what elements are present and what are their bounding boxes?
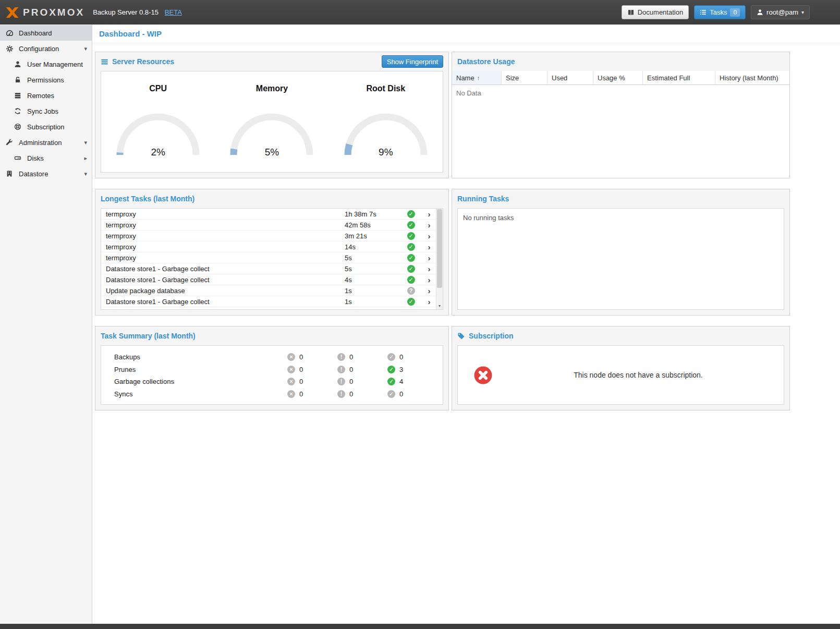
chevron-down-icon[interactable]: ▾ — [84, 171, 87, 177]
datastore-usage-grid-header: Name↑SizeUsedUsage %Estimated FullHistor… — [452, 71, 789, 85]
documentation-label: Documentation — [638, 8, 683, 16]
task-row[interactable]: Datastore store1 - Garbage collect 5s ✓ … — [101, 263, 436, 274]
column-header-name[interactable]: Name↑ — [452, 71, 502, 84]
sidebar-item-datastore[interactable]: Datastore▾ — [0, 166, 92, 182]
chevron-right-icon[interactable]: › — [422, 221, 436, 229]
warning-count: 0 — [349, 353, 353, 361]
sidebar-item-label: User Management — [27, 61, 83, 68]
task-duration: 1h 38m 7s — [345, 210, 399, 218]
sidebar-item-remotes[interactable]: Remotes — [0, 88, 92, 103]
task-summary-box: Backups ×0 !0 ✓0 Prunes ×0 !0 ✓3 Garbage… — [101, 345, 443, 405]
task-duration: 14s — [345, 243, 399, 251]
sidebar-item-label: Administration — [19, 139, 62, 147]
chevron-right-icon[interactable]: › — [422, 210, 436, 219]
task-row[interactable]: Datastore store1 - Garbage collect 4s ✓ … — [101, 274, 436, 285]
chevron-right-icon[interactable]: › — [422, 286, 436, 295]
sidebar-item-user-management[interactable]: User Management — [0, 56, 92, 72]
show-fingerprint-button[interactable]: Show Fingerprint — [382, 55, 443, 68]
building-icon — [6, 170, 15, 178]
column-header-used[interactable]: Used — [547, 71, 593, 84]
task-row[interactable]: termproxy 5s ✓ › — [101, 252, 436, 263]
task-name: Datastore store1 - Garbage collect — [101, 265, 345, 273]
wrench-icon — [6, 139, 15, 147]
task-row[interactable]: termproxy 14s ✓ › — [101, 241, 436, 252]
proxmox-logo: PROXMOX — [5, 7, 84, 18]
warning-count-icon: ! — [337, 353, 345, 361]
status-ok-icon: ✓ — [407, 298, 415, 306]
task-row[interactable]: termproxy 3m 21s ✓ › — [101, 231, 436, 241]
bars-icon — [101, 58, 108, 66]
error-count: 0 — [299, 390, 303, 398]
status-ok-icon: ✓ — [407, 276, 415, 284]
chevron-right-icon[interactable]: › — [422, 253, 436, 262]
error-count-icon: × — [287, 366, 295, 373]
sidebar-item-configuration[interactable]: Configuration▾ — [0, 41, 92, 56]
chevron-right-icon[interactable]: › — [422, 243, 436, 251]
task-duration: 5s — [345, 265, 399, 273]
server-resources-title: Server Resources — [112, 57, 174, 66]
sidebar-item-permissions[interactable]: Permissions — [0, 72, 92, 88]
gauge-root-disk: Root Disk 9% — [337, 84, 434, 172]
chevron-right-icon[interactable]: ▸ — [84, 155, 87, 162]
tasks-button[interactable]: Tasks 0 — [694, 5, 746, 19]
summary-label: Syncs — [114, 390, 287, 398]
status-ok-icon: ✓ — [407, 210, 415, 218]
documentation-button[interactable]: Documentation — [622, 5, 689, 19]
scrollbar-thumb[interactable] — [437, 209, 442, 288]
user-icon — [757, 9, 763, 16]
scrollbar[interactable]: ▾ — [436, 209, 443, 309]
longest-tasks-title: Longest Tasks (last Month) — [101, 195, 194, 203]
column-header-estimated-full[interactable]: Estimated Full — [643, 71, 715, 84]
running-tasks-title: Running Tasks — [457, 195, 509, 203]
sidebar-item-label: Permissions — [27, 76, 64, 84]
error-count: 0 — [299, 366, 303, 373]
error-count-icon: × — [287, 378, 295, 385]
gauge-value: 5% — [227, 147, 316, 158]
chevron-right-icon[interactable]: › — [422, 275, 436, 284]
user-menu-button[interactable]: root@pam ▾ — [751, 5, 810, 19]
longest-tasks-panel: Longest Tasks (last Month) termproxy 1h … — [95, 189, 449, 316]
ok-count-icon: ✓ — [387, 353, 395, 361]
task-row[interactable]: Update package database 1s ? › — [101, 285, 436, 296]
warning-count-icon: ! — [337, 378, 345, 385]
chevron-right-icon[interactable]: › — [422, 264, 436, 273]
task-row[interactable]: termproxy 42m 58s ✓ › — [101, 220, 436, 231]
task-duration: 42m 58s — [345, 221, 399, 229]
ok-count: 0 — [399, 353, 403, 361]
column-header-usage[interactable]: Usage % — [593, 71, 643, 84]
gauge-label: Memory — [223, 84, 320, 93]
summary-label: Garbage collections — [114, 378, 287, 385]
status-ok-icon: ✓ — [407, 221, 415, 229]
status-ok-icon: ✓ — [407, 232, 415, 240]
gauge-label: CPU — [109, 84, 206, 93]
sidebar-item-disks[interactable]: Disks▸ — [0, 150, 92, 166]
sidebar-item-dashboard[interactable]: Dashboard — [0, 25, 92, 41]
task-name: termproxy — [101, 232, 345, 240]
column-header-history-last-month[interactable]: History (last Month) — [715, 71, 789, 84]
task-name: termproxy — [101, 221, 345, 229]
sidebar: DashboardConfiguration▾User ManagementPe… — [0, 25, 92, 624]
ok-count-icon: ✓ — [387, 390, 395, 398]
task-row[interactable]: Datastore store1 - Garbage collect 1s ✓ … — [101, 296, 436, 307]
tasks-label: Tasks — [710, 8, 727, 16]
chevron-right-icon[interactable]: › — [422, 232, 436, 240]
subscription-message: This node does not have a subscription. — [493, 371, 784, 379]
sidebar-item-sync-jobs[interactable]: Sync Jobs — [0, 103, 92, 119]
sidebar-item-subscription[interactable]: Subscription — [0, 119, 92, 135]
ok-count-icon: ✓ — [387, 378, 395, 385]
chevron-right-icon[interactable]: › — [422, 297, 436, 306]
beta-link[interactable]: BETA — [165, 8, 182, 16]
scroll-down-icon[interactable]: ▾ — [436, 303, 443, 309]
warning-count: 0 — [349, 390, 353, 398]
sidebar-item-label: Disks — [27, 154, 44, 162]
remotes-icon — [14, 92, 23, 100]
chevron-down-icon[interactable]: ▾ — [84, 139, 87, 146]
chevron-down-icon[interactable]: ▾ — [84, 45, 87, 52]
subscription-panel: Subscription This node does not have a s… — [452, 326, 790, 410]
warning-count-icon: ! — [337, 390, 345, 398]
sidebar-item-administration[interactable]: Administration▾ — [0, 135, 92, 150]
task-row[interactable]: termproxy 1h 38m 7s ✓ › — [101, 209, 436, 220]
column-header-size[interactable]: Size — [502, 71, 547, 84]
gauges-box: CPU 2% Memory 5% Root Disk 9% — [101, 71, 443, 173]
task-name: Datastore store1 - Garbage collect — [101, 276, 345, 284]
